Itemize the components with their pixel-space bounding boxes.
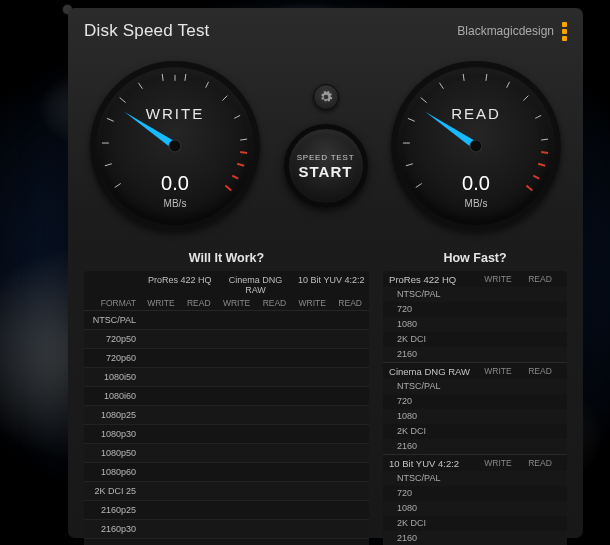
svg-line-5 xyxy=(120,98,126,103)
format-label: 2160 xyxy=(389,348,477,361)
format-label: 1080p30 xyxy=(84,425,142,443)
format-label: 2160p30 xyxy=(84,520,142,538)
result-cell xyxy=(519,318,561,331)
result-cell xyxy=(477,517,519,530)
result-cell xyxy=(477,318,519,331)
group-header: Cinema DNG RAW xyxy=(218,271,294,296)
result-cell xyxy=(180,463,218,477)
result-cell xyxy=(142,330,180,344)
will-it-work-group-header: ProRes 422 HQ Cinema DNG RAW 10 Bit YUV … xyxy=(84,271,369,296)
table-row: 2K DCI xyxy=(383,516,567,531)
result-cell xyxy=(218,311,256,325)
svg-line-28 xyxy=(523,96,528,101)
svg-line-27 xyxy=(507,82,510,88)
result-cell xyxy=(256,311,294,325)
svg-line-12 xyxy=(240,139,247,140)
result-cell xyxy=(477,410,519,423)
brand-logo-icon xyxy=(560,22,567,41)
write-gauge-value: 0.0 xyxy=(96,172,254,195)
table-row: NTSC/PAL xyxy=(383,379,567,394)
result-cell xyxy=(180,349,218,363)
start-button-line2: START xyxy=(299,163,353,180)
result-cell xyxy=(218,368,256,382)
result-cell xyxy=(519,532,561,545)
format-column-label: FORMAT xyxy=(84,296,142,310)
format-label: 2160 xyxy=(389,440,477,453)
svg-line-31 xyxy=(541,152,548,153)
read-gauge-value: 0.0 xyxy=(397,172,555,195)
result-cell xyxy=(256,520,294,534)
format-label: 1080 xyxy=(389,318,477,331)
how-fast-group-header: ProRes 422 HQWRITEREAD xyxy=(383,271,567,287)
result-cell xyxy=(519,333,561,346)
format-label: 720p50 xyxy=(84,330,142,348)
table-row: 1080p30 xyxy=(84,425,369,444)
result-cell xyxy=(293,406,331,420)
result-cell xyxy=(477,333,519,346)
table-row: 1080p50 xyxy=(84,444,369,463)
result-cell xyxy=(519,303,561,316)
svg-line-30 xyxy=(541,139,548,140)
result-cell xyxy=(180,482,218,496)
result-cell xyxy=(519,487,561,500)
table-row: 720 xyxy=(383,486,567,501)
group-name: Cinema DNG RAW xyxy=(389,366,477,377)
table-row: 720 xyxy=(383,302,567,317)
result-cell xyxy=(180,520,218,534)
svg-line-10 xyxy=(222,96,227,101)
format-label: 1080 xyxy=(389,502,477,515)
result-cell xyxy=(477,395,519,408)
format-label: 1080 xyxy=(389,410,477,423)
result-cell xyxy=(218,330,256,344)
result-cell xyxy=(519,472,561,485)
svg-line-26 xyxy=(486,74,487,81)
result-cell xyxy=(142,349,180,363)
result-cell xyxy=(293,463,331,477)
result-cell xyxy=(142,406,180,420)
result-cell xyxy=(293,482,331,496)
gauges-row: WRITE 0.0 MB/s SPEED TEST START xyxy=(84,52,567,240)
svg-line-14 xyxy=(237,164,244,166)
result-cell xyxy=(293,368,331,382)
format-label: 720p60 xyxy=(84,349,142,367)
result-cell xyxy=(331,349,369,363)
result-cell xyxy=(142,539,180,545)
result-cell xyxy=(331,368,369,382)
result-cell xyxy=(256,349,294,363)
format-label: 1080p60 xyxy=(84,463,142,481)
how-fast-title: How Fast? xyxy=(383,246,567,271)
write-gauge: WRITE 0.0 MB/s xyxy=(90,61,260,231)
settings-button[interactable] xyxy=(313,84,339,110)
result-cell xyxy=(519,395,561,408)
format-label: 1080i50 xyxy=(84,368,142,386)
format-label: NTSC/PAL xyxy=(389,288,477,301)
result-cell xyxy=(180,539,218,545)
table-row: 2K DCI xyxy=(383,332,567,347)
result-cell xyxy=(331,482,369,496)
result-cell xyxy=(180,330,218,344)
will-it-work-sub-header: FORMAT WRITE READ WRITE READ WRITE READ xyxy=(84,296,369,311)
result-cell xyxy=(477,348,519,361)
result-cell xyxy=(293,444,331,458)
table-row: 1080i60 xyxy=(84,387,369,406)
format-label: NTSC/PAL xyxy=(389,380,477,393)
table-row: 720p60 xyxy=(84,349,369,368)
result-cell xyxy=(477,288,519,301)
result-cell xyxy=(218,482,256,496)
result-cell xyxy=(142,463,180,477)
result-cell xyxy=(256,463,294,477)
start-button-line1: SPEED TEST xyxy=(297,153,355,162)
table-row: 2160p50 xyxy=(84,539,369,545)
table-row: 1080 xyxy=(383,501,567,516)
result-cell xyxy=(142,387,180,401)
result-cell xyxy=(180,406,218,420)
result-cell xyxy=(180,387,218,401)
start-button[interactable]: SPEED TEST START xyxy=(284,124,368,208)
col-read: READ xyxy=(331,296,369,310)
svg-line-32 xyxy=(538,164,545,166)
format-label: 2K DCI xyxy=(389,517,477,530)
result-cell xyxy=(331,501,369,515)
table-row: 1080 xyxy=(383,409,567,424)
table-row: 720p50 xyxy=(84,330,369,349)
result-cell xyxy=(142,444,180,458)
